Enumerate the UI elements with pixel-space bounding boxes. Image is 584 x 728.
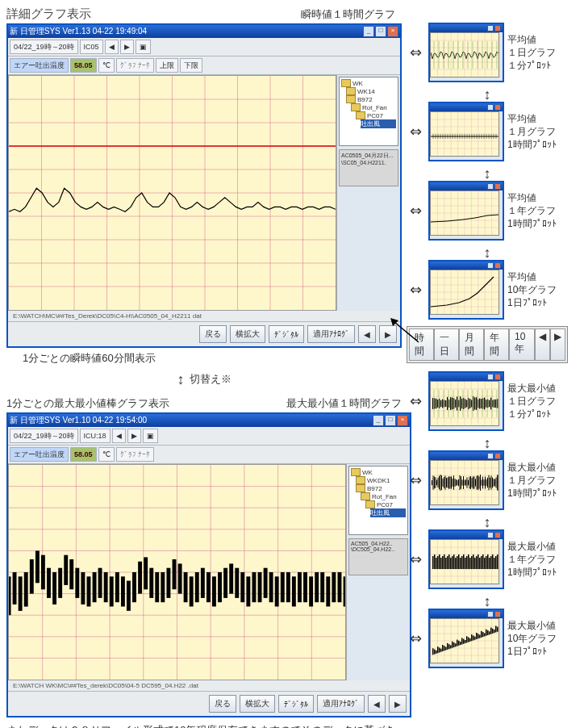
svg-rect-334 bbox=[498, 475, 499, 491]
nav-prev-icon[interactable]: ◀ bbox=[105, 40, 119, 54]
minimize-icon[interactable]: _ bbox=[373, 415, 384, 426]
thumbnail-window[interactable] bbox=[428, 529, 504, 589]
svg-rect-239 bbox=[479, 399, 480, 409]
svg-rect-222 bbox=[452, 398, 453, 410]
svg-rect-287 bbox=[441, 475, 442, 490]
thumbnail-window[interactable] bbox=[428, 609, 504, 668]
close-icon[interactable]: × bbox=[387, 26, 398, 37]
tab-graph-data[interactable]: ｸﾞﾗﾌ ﾅｰﾀ bbox=[116, 447, 155, 462]
sub-title-bottom: 最大最小値１時間グラフ bbox=[169, 396, 402, 411]
svg-rect-380 bbox=[482, 554, 484, 569]
analog-button[interactable]: 適用ｱﾅﾛｸﾞ bbox=[317, 695, 365, 713]
svg-rect-48 bbox=[69, 559, 73, 589]
svg-rect-51 bbox=[87, 576, 91, 606]
nav-prev-icon[interactable]: ◀ bbox=[112, 429, 126, 443]
svg-rect-245 bbox=[489, 400, 490, 408]
nav-next-icon[interactable]: ▶ bbox=[120, 40, 134, 54]
svg-rect-246 bbox=[490, 398, 491, 410]
range-day-button[interactable]: 一日 bbox=[434, 328, 459, 361]
svg-rect-95 bbox=[338, 572, 342, 602]
leftright-arrow-icon: ⇔ bbox=[407, 124, 425, 139]
thumbnail-window[interactable] bbox=[428, 181, 504, 241]
svg-rect-225 bbox=[457, 396, 457, 410]
svg-rect-388 bbox=[495, 556, 497, 569]
svg-rect-49 bbox=[75, 568, 79, 598]
nav-next-icon[interactable]: ▶ bbox=[127, 429, 141, 443]
svg-rect-322 bbox=[484, 479, 485, 486]
svg-rect-63 bbox=[155, 572, 159, 602]
tab-graph-data[interactable]: ｸﾞﾗﾌ ﾅｰﾀ bbox=[116, 58, 155, 73]
svg-rect-433 bbox=[479, 635, 481, 638]
maximize-icon[interactable]: □ bbox=[375, 26, 386, 37]
thumbnail-window[interactable] bbox=[428, 102, 504, 161]
file-path: E:\WATCH\MC\##Tes_Derek\DC05\C4-H\\AC050… bbox=[8, 311, 400, 321]
svg-rect-351 bbox=[436, 558, 437, 569]
range-next-icon[interactable]: ▶ bbox=[550, 328, 565, 361]
toolbar-misc[interactable]: ▣ bbox=[143, 429, 158, 443]
date-selector[interactable]: 04/22_19時～20時 bbox=[10, 429, 78, 443]
range-year-button[interactable]: 年間 bbox=[484, 328, 509, 361]
window-title-bar[interactable]: 新 日管理SYS Ver1.10 04-22 19:54:00 _ □ × bbox=[8, 414, 410, 427]
svg-rect-409 bbox=[440, 649, 442, 652]
zoom-h-button[interactable]: 横拡大 bbox=[240, 695, 275, 713]
upper-limit-field[interactable]: 上限 bbox=[156, 58, 178, 73]
svg-rect-240 bbox=[481, 399, 482, 408]
svg-rect-66 bbox=[173, 559, 177, 589]
switch-indicator: ↕ 切替え※ bbox=[6, 372, 402, 387]
svg-rect-39 bbox=[19, 576, 23, 611]
svg-rect-364 bbox=[457, 556, 458, 569]
svg-rect-53 bbox=[98, 568, 102, 598]
thumbnail-label: 最大最小値10年グラフ1日ﾌﾟﾛｯﾄ bbox=[507, 619, 557, 659]
svg-rect-79 bbox=[246, 576, 250, 606]
nav-next-icon[interactable]: ▶ bbox=[389, 695, 407, 713]
code-selector[interactable]: ICU:18 bbox=[80, 429, 111, 443]
device-tree[interactable]: WK WKDK1 B972 Rot_Fan PC07 吐出風 bbox=[348, 466, 408, 535]
svg-rect-301 bbox=[458, 479, 459, 486]
lower-limit-field[interactable]: 下限 bbox=[180, 58, 202, 73]
thumbnail-window[interactable] bbox=[428, 371, 504, 431]
svg-rect-70 bbox=[195, 572, 199, 602]
toolbar-misc[interactable]: ▣ bbox=[136, 40, 151, 54]
folder-icon bbox=[346, 95, 356, 103]
thumbnail-window[interactable] bbox=[428, 23, 504, 82]
thumbnail-window[interactable] bbox=[428, 450, 504, 510]
svg-rect-384 bbox=[489, 558, 490, 569]
svg-rect-440 bbox=[490, 628, 492, 634]
range-toolbar: 時間 一日 月間 年間 10年 ◀ ▶ bbox=[407, 326, 568, 363]
updown-arrow-icon: ↕ bbox=[407, 245, 568, 260]
svg-rect-383 bbox=[487, 554, 489, 569]
detail-graph-window: 新 日管理SYS Ver1.13 04-22 19:49:04 _ □ × 04… bbox=[6, 23, 402, 348]
leftright-arrow-icon: ⇔ bbox=[407, 631, 425, 646]
analog-button[interactable]: 適用ｱﾅﾛｸﾞ bbox=[307, 325, 355, 343]
svg-rect-94 bbox=[332, 572, 336, 602]
window-title-bar[interactable]: 新 日管理SYS Ver1.13 04-22 19:49:04 _ □ × bbox=[8, 25, 400, 38]
digital-button[interactable]: ﾃﾞｼﾞﾀﾙ bbox=[278, 695, 314, 713]
svg-rect-361 bbox=[452, 556, 453, 569]
maximize-icon[interactable]: □ bbox=[385, 415, 396, 426]
code-selector[interactable]: IC05 bbox=[80, 40, 103, 54]
back-button[interactable]: 戻る bbox=[209, 695, 236, 713]
svg-rect-370 bbox=[466, 556, 468, 569]
caption-bar-graph: 1分ごとの最大最小値棒グラフ表示 bbox=[6, 396, 169, 411]
range-10year-button[interactable]: 10年 bbox=[509, 328, 535, 361]
svg-rect-313 bbox=[473, 476, 473, 488]
date-selector[interactable]: 04/22_19時～20時 bbox=[10, 40, 78, 54]
minimize-icon[interactable]: _ bbox=[363, 26, 374, 37]
thumbnail-window[interactable] bbox=[428, 260, 504, 320]
zoom-h-button[interactable]: 横拡大 bbox=[230, 325, 265, 343]
current-value: 58.05 bbox=[70, 58, 97, 73]
caption-line-graph: 1分ごとの瞬時値60分間表示 bbox=[23, 351, 402, 366]
leftright-arrow-icon: ⇔ bbox=[407, 282, 425, 297]
digital-button[interactable]: ﾃﾞｼﾞﾀﾙ bbox=[269, 325, 304, 343]
nav-prev-icon[interactable]: ◀ bbox=[358, 325, 376, 343]
svg-rect-56 bbox=[115, 572, 119, 602]
device-tree[interactable]: WK WK14 B972 Rot_Fan PC07 吐出風 bbox=[339, 77, 398, 146]
nav-prev-icon[interactable]: ◀ bbox=[368, 695, 386, 713]
svg-rect-249 bbox=[495, 400, 496, 408]
svg-rect-328 bbox=[491, 475, 492, 489]
back-button[interactable]: 戻る bbox=[199, 325, 227, 343]
range-prev-icon[interactable]: ◀ bbox=[535, 328, 550, 361]
range-month-button[interactable]: 月間 bbox=[459, 328, 484, 361]
svg-rect-377 bbox=[478, 554, 479, 569]
description-text: またデータはＣＳＶファイル形式で10年程度保存できますのでそのデータに基づき部署… bbox=[6, 722, 402, 728]
